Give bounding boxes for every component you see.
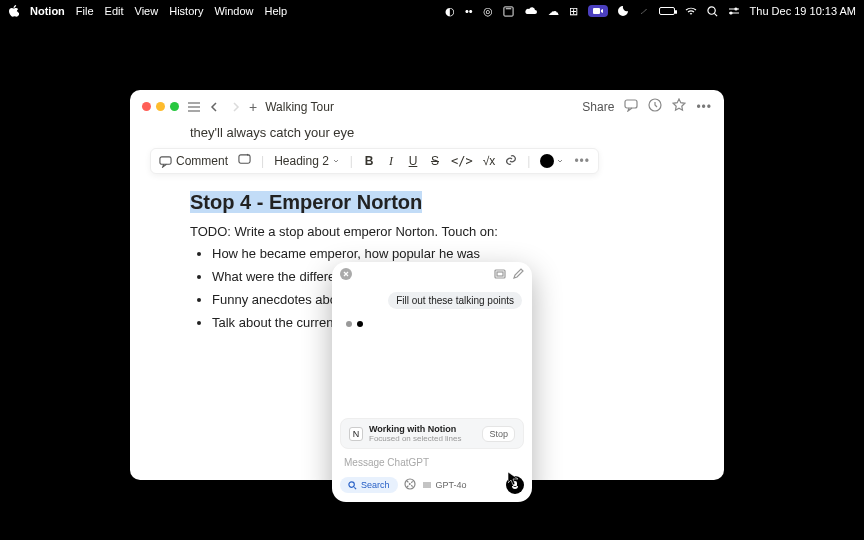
sidebar-toggle-icon[interactable] bbox=[187, 101, 201, 113]
status-icon[interactable]: ☁ bbox=[548, 5, 559, 18]
close-icon[interactable] bbox=[340, 268, 352, 282]
context-title: Working with Notion bbox=[369, 424, 462, 434]
svg-rect-0 bbox=[504, 6, 513, 15]
svg-rect-11 bbox=[497, 272, 503, 276]
search-icon[interactable] bbox=[707, 6, 718, 17]
status-icon[interactable]: ⊞ bbox=[569, 5, 578, 18]
screen-record-icon[interactable] bbox=[588, 5, 608, 17]
menu-view[interactable]: View bbox=[135, 5, 159, 17]
svg-rect-1 bbox=[593, 8, 600, 14]
close-icon[interactable] bbox=[142, 102, 151, 111]
formatting-toolbar: Comment | Heading 2 | B I U S </> √x | •… bbox=[150, 148, 599, 174]
attach-button[interactable] bbox=[404, 478, 416, 492]
context-card: N Working with Notion Focused on selecte… bbox=[340, 418, 524, 449]
code-button[interactable]: </> bbox=[451, 154, 473, 168]
svg-rect-8 bbox=[239, 155, 250, 163]
menu-file[interactable]: File bbox=[76, 5, 94, 17]
status-icon[interactable]: •• bbox=[465, 5, 473, 17]
notion-tray-icon[interactable] bbox=[503, 6, 514, 17]
status-icon[interactable]: ◎ bbox=[483, 5, 493, 18]
link-button[interactable] bbox=[505, 154, 517, 169]
menu-history[interactable]: History bbox=[169, 5, 203, 17]
clock-icon[interactable] bbox=[648, 98, 662, 115]
chatgpt-popover: Fill out these talking points N Working … bbox=[332, 262, 532, 502]
comment-button[interactable]: Comment bbox=[159, 154, 228, 168]
more-icon[interactable]: ••• bbox=[696, 100, 712, 114]
underline-button[interactable]: U bbox=[407, 154, 419, 168]
svg-rect-5 bbox=[625, 100, 637, 108]
stop-button[interactable]: Stop bbox=[482, 426, 515, 442]
block-type-select[interactable]: Heading 2 bbox=[274, 154, 340, 168]
share-button[interactable]: Share bbox=[582, 100, 614, 114]
voice-button[interactable] bbox=[506, 476, 524, 494]
doc-todo-line[interactable]: TODO: Write a stop about emperor Norton.… bbox=[190, 224, 664, 239]
battery-icon[interactable] bbox=[659, 7, 675, 15]
ai-button[interactable] bbox=[238, 153, 251, 169]
apple-icon[interactable] bbox=[8, 5, 19, 17]
italic-button[interactable]: I bbox=[385, 154, 397, 169]
cloud-icon[interactable] bbox=[524, 6, 538, 16]
titlebar: + Walking Tour Share ••• bbox=[130, 90, 724, 123]
dot-icon bbox=[357, 321, 363, 327]
star-icon[interactable] bbox=[672, 98, 686, 115]
user-message-chip: Fill out these talking points bbox=[388, 292, 522, 309]
back-icon[interactable] bbox=[209, 101, 221, 113]
compose-icon[interactable] bbox=[512, 268, 524, 282]
new-page-icon[interactable]: + bbox=[249, 99, 257, 115]
forward-icon bbox=[229, 101, 241, 113]
clock[interactable]: Thu Dec 19 10:13 AM bbox=[750, 5, 856, 17]
doc-prev-line[interactable]: they'll always catch your eye bbox=[190, 125, 664, 140]
message-input[interactable]: Message ChatGPT bbox=[340, 455, 524, 470]
model-select[interactable]: GPT-4o bbox=[422, 480, 467, 490]
menu-edit[interactable]: Edit bbox=[105, 5, 124, 17]
doc-heading[interactable]: Stop 4 - Emperor Norton bbox=[190, 191, 422, 213]
app-name[interactable]: Notion bbox=[30, 5, 65, 17]
screenshot-icon[interactable] bbox=[494, 268, 506, 282]
svg-point-12 bbox=[349, 481, 354, 486]
dot-icon bbox=[346, 321, 352, 327]
menu-window[interactable]: Window bbox=[214, 5, 253, 17]
more-format-button[interactable]: ••• bbox=[574, 154, 590, 168]
status-icon[interactable]: ◐ bbox=[445, 5, 455, 18]
minimize-icon[interactable] bbox=[156, 102, 165, 111]
zoom-icon[interactable] bbox=[170, 102, 179, 111]
wifi-icon[interactable] bbox=[685, 7, 697, 16]
breadcrumb[interactable]: Walking Tour bbox=[265, 100, 334, 114]
svg-point-2 bbox=[708, 6, 715, 13]
svg-rect-7 bbox=[160, 156, 171, 163]
menu-help[interactable]: Help bbox=[265, 5, 288, 17]
color-button[interactable] bbox=[540, 154, 564, 168]
control-center-icon[interactable] bbox=[728, 6, 740, 16]
comments-icon[interactable] bbox=[624, 98, 638, 115]
menubar: Notion File Edit View History Window Hel… bbox=[0, 0, 864, 22]
svg-point-4 bbox=[730, 12, 732, 14]
svg-point-3 bbox=[735, 8, 737, 10]
moon-icon[interactable] bbox=[618, 6, 628, 16]
thinking-indicator bbox=[332, 315, 532, 333]
equation-button[interactable]: √x bbox=[483, 154, 496, 168]
status-icon[interactable]: ⟋ bbox=[638, 5, 649, 17]
traffic-lights[interactable] bbox=[142, 102, 179, 111]
bold-button[interactable]: B bbox=[363, 154, 375, 168]
notion-logo-icon: N bbox=[349, 427, 363, 441]
search-button[interactable]: Search bbox=[340, 477, 398, 493]
context-subtitle: Focused on selected lines bbox=[369, 434, 462, 443]
strike-button[interactable]: S bbox=[429, 154, 441, 168]
